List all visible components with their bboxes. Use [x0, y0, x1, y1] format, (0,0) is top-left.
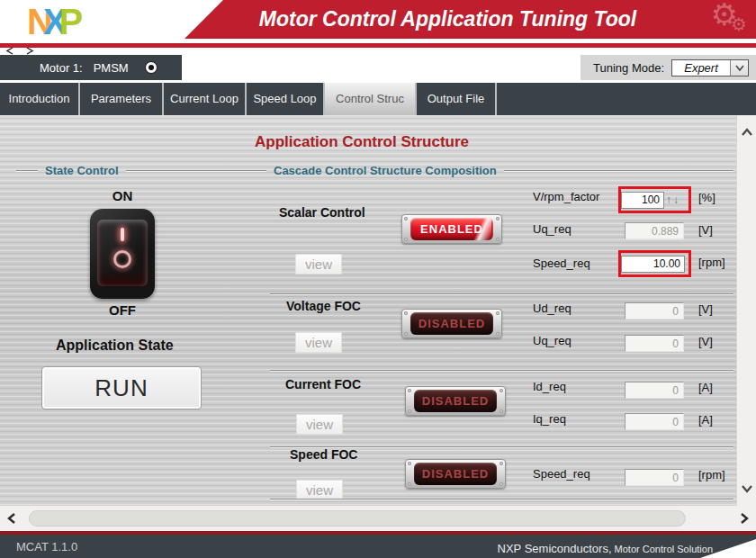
scroll-up-icon[interactable] [741, 124, 753, 140]
tuning-mode-value: Expert [672, 60, 730, 76]
screw-icon [496, 311, 500, 315]
row-separator [270, 370, 734, 372]
tuning-mode-label: Tuning Mode: [593, 61, 664, 75]
field-unit: [%] [698, 191, 716, 204]
page-title: Application Control Structure [255, 133, 469, 151]
row-separator [270, 499, 734, 500]
scrollbar-thumb[interactable] [29, 510, 686, 526]
voltage-foc-view-button[interactable]: view [295, 332, 342, 353]
uq-req-input [625, 222, 684, 239]
app-title: Motor Control Application Tuning Tool [238, 7, 657, 32]
speed-req2-input [625, 469, 684, 486]
rocker-face[interactable] [97, 220, 148, 286]
voltage-foc-status-led[interactable]: DISABLED [410, 312, 493, 335]
screw-icon [500, 410, 503, 413]
screw-icon [404, 238, 408, 241]
header-band: Motor Control Application Tuning Tool ⚙⚙ [184, 0, 756, 39]
screw-icon [496, 217, 500, 220]
field-label-id-req: Id_req [533, 380, 566, 393]
field-unit: [rpm] [698, 468, 725, 482]
off-label: OFF [90, 302, 155, 318]
mcat-window: NXP Motor Control Application Tuning Too… [0, 0, 756, 558]
speed-req-input[interactable] [621, 256, 685, 273]
speed-req-highlight [618, 250, 691, 277]
screw-icon [408, 410, 411, 413]
tab-bar: Introduction Parameters Current Loop Spe… [0, 83, 756, 115]
application-state-value: RUN [41, 366, 202, 410]
scroll-left-icon[interactable] [4, 47, 15, 55]
footer-bar: MCAT 1.1.0 NXP Semiconductors, Motor Con… [0, 535, 756, 558]
spin-up-icon[interactable]: ↑ [666, 194, 671, 206]
tab-introduction[interactable]: Introduction [0, 83, 80, 115]
state-control-legend: State Control [16, 164, 245, 177]
row-label-speed-foc: Speed FOC [290, 447, 357, 462]
tab-output-file[interactable]: Output File [417, 83, 497, 115]
scalar-view-button[interactable]: view [295, 254, 342, 274]
motor-type-label: PMSM [94, 61, 129, 75]
tab-speed-loop[interactable]: Speed Loop [247, 83, 325, 115]
scroll-down-icon[interactable] [741, 481, 753, 497]
scroll-right-icon[interactable] [24, 47, 35, 55]
row-label-scalar-control: Scalar Control [279, 205, 365, 220]
speed-foc-status-button[interactable]: DISABLED [405, 459, 506, 489]
row-label-current-foc: Current FOC [285, 377, 361, 392]
motor-label: Motor 1: [40, 61, 83, 75]
field-label-speed-req2: Speed_req [533, 467, 590, 481]
tab-control-struc[interactable]: Control Struc [325, 83, 417, 115]
screw-icon [408, 482, 411, 486]
screw-icon [500, 389, 503, 392]
iq-req-input [625, 413, 684, 430]
ud-req-input [625, 302, 684, 320]
row-separator [270, 293, 734, 295]
field-unit: [V] [698, 335, 713, 348]
field-label-vrpm-factor: V/rpm_factor [533, 190, 599, 203]
spin-down-icon[interactable]: ↓ [673, 194, 679, 206]
scroll-right-icon[interactable] [740, 512, 749, 528]
vertical-scrollbar[interactable] [736, 115, 756, 506]
field-unit: [A] [698, 381, 713, 394]
application-state-label: Application State [56, 338, 174, 354]
scalar-status-button[interactable]: ENABLED [401, 214, 502, 244]
scalar-status-led[interactable]: ENABLED [410, 218, 493, 240]
uq-req2-input [625, 335, 684, 352]
motor-select-radio[interactable] [145, 61, 158, 74]
screw-icon [404, 217, 408, 220]
header-stripe [0, 43, 756, 48]
version-label: MCAT 1.1.0 [16, 540, 77, 554]
footer-brand-secondary: Motor Control Solution [612, 544, 714, 554]
speed-foc-status-led[interactable]: DISABLED [414, 463, 497, 485]
scroll-left-icon[interactable] [7, 512, 16, 528]
screw-icon [408, 462, 411, 465]
current-foc-status-button[interactable]: DISABLED [405, 386, 506, 416]
vrpm-factor-highlight: ↑↓ [618, 186, 691, 213]
logo-letter: P [59, 2, 79, 42]
on-mark-icon [121, 228, 124, 241]
dropdown-arrow-icon[interactable] [730, 60, 748, 76]
tab-parameters[interactable]: Parameters [80, 83, 164, 115]
speed-foc-view-button[interactable]: view [296, 480, 343, 500]
tuning-mode-panel: Tuning Mode: Expert [580, 55, 756, 80]
tab-current-loop[interactable]: Current Loop [164, 83, 247, 115]
tuning-mode-select[interactable]: Expert [671, 59, 749, 76]
footer: MCAT 1.1.0 NXP Semiconductors, Motor Con… [0, 531, 756, 558]
vrpm-factor-input[interactable] [621, 192, 664, 209]
field-label-uq-req: Uq_req [533, 222, 572, 236]
on-label: ON [90, 188, 155, 203]
top-scrollbar [4, 47, 35, 55]
row-label-voltage-foc: Voltage FOC [286, 299, 361, 313]
id-req-input [625, 382, 684, 399]
screw-icon [408, 389, 411, 392]
off-mark-icon [113, 250, 131, 268]
footer-brand-text: NXP Semiconductors, Motor Control Soluti… [498, 540, 713, 556]
field-label-uq-req2: Uq_req [533, 334, 572, 347]
horizontal-scrollbar[interactable] [0, 506, 756, 531]
power-rocker-switch[interactable] [90, 209, 155, 299]
field-unit: [A] [698, 413, 713, 427]
current-foc-view-button[interactable]: view [296, 414, 343, 435]
gears-icon: ⚙⚙ [711, 0, 754, 32]
motor-selector-bar: Motor 1: PMSM [0, 55, 182, 80]
current-foc-status-led[interactable]: DISABLED [414, 390, 497, 412]
cascade-legend: Cascade Control Structure Composition [245, 164, 734, 177]
voltage-foc-status-button[interactable]: DISABLED [401, 309, 502, 338]
screw-icon [496, 238, 500, 241]
